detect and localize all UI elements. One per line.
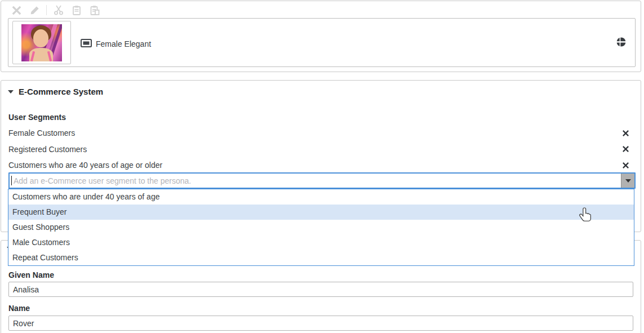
dropdown-option[interactable]: Customers who are under 40 years of age xyxy=(8,189,634,205)
remove-segment-icon[interactable] xyxy=(621,145,629,153)
combobox-dropdown-button[interactable] xyxy=(621,174,634,188)
text-caret xyxy=(11,176,12,185)
remove-segment-icon[interactable] xyxy=(621,129,629,137)
remove-segment-icon[interactable] xyxy=(621,161,629,169)
paste-icon[interactable] xyxy=(88,4,101,16)
cut-icon[interactable] xyxy=(52,4,65,16)
segment-combobox xyxy=(8,172,636,189)
persona-title: Female Elegant xyxy=(96,39,151,48)
delete-icon[interactable] xyxy=(10,4,23,16)
segment-name: Female Customers xyxy=(8,128,75,137)
segment-row: Registered Customers xyxy=(8,141,634,158)
segment-name: Customers who are 40 years of age or old… xyxy=(8,161,162,170)
segment-name: Registered Customers xyxy=(8,145,87,154)
section-header-ecommerce[interactable]: E-Commerce System xyxy=(8,87,103,96)
toolbar-separator xyxy=(46,5,47,15)
persona-toolbar xyxy=(10,3,101,17)
segment-row: Female Customers xyxy=(8,125,634,141)
edit-icon[interactable] xyxy=(28,4,41,16)
dropdown-option[interactable]: Frequent Buyer xyxy=(8,205,634,220)
persona-editor-page: Female Elegant E-Commerce System User Se… xyxy=(0,0,644,333)
segment-dropdown-list: Customers who are under 40 years of age … xyxy=(8,189,634,266)
dropdown-arrow-icon xyxy=(625,179,631,183)
dropdown-option[interactable]: Guest Shoppers xyxy=(8,220,634,235)
segment-list: Female Customers Registered Customers Cu… xyxy=(8,125,634,174)
name-field[interactable] xyxy=(8,316,633,331)
given-name-field[interactable] xyxy=(8,282,633,297)
persona-panel: Female Elegant xyxy=(1,1,641,72)
given-name-label: Given Name xyxy=(8,270,54,279)
persona-photo xyxy=(21,24,62,61)
component-icon xyxy=(81,39,92,50)
user-segments-label: User Segments xyxy=(8,113,66,122)
dropdown-option[interactable]: Male Customers xyxy=(8,235,634,250)
persona-thumbnail xyxy=(12,21,71,64)
name-label: Name xyxy=(8,304,30,313)
segment-row: Customers who are 40 years of age or old… xyxy=(8,157,634,174)
segment-search-input[interactable] xyxy=(10,174,621,188)
chevron-down-icon xyxy=(8,90,14,94)
globe-icon[interactable] xyxy=(616,37,626,47)
persona-card[interactable]: Female Elegant xyxy=(8,18,636,67)
copy-icon[interactable] xyxy=(70,4,83,16)
dropdown-option[interactable]: Repeat Customers xyxy=(8,250,634,265)
section-title: E-Commerce System xyxy=(19,87,103,96)
